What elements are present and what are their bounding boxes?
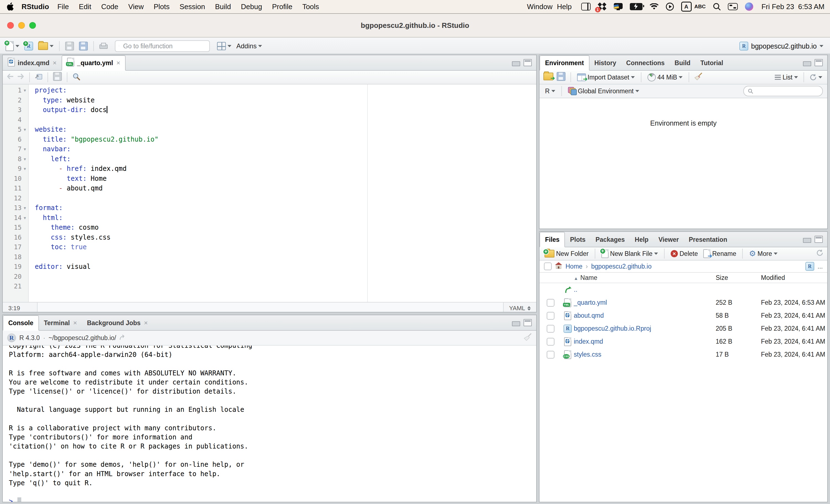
fold-icon[interactable]: ▾ — [22, 86, 28, 96]
menu-app-name[interactable]: RStudio — [22, 2, 49, 11]
file-row-bgpopescu2-github-io-rproj[interactable]: Rbgpopescu2.github.io.Rproj205 BFeb 23, … — [540, 322, 827, 335]
tab-history[interactable]: History — [589, 56, 621, 70]
tab-environment[interactable]: Environment — [540, 55, 589, 71]
delete-file-button[interactable]: ✕Delete — [670, 250, 699, 258]
dropbox-diamond-icon[interactable]: 1 — [598, 2, 607, 11]
tab-terminal[interactable]: Terminal× — [39, 316, 82, 330]
menu-item-edit[interactable]: Edit — [74, 2, 96, 11]
fold-icon[interactable]: ▾ — [22, 125, 28, 135]
file-name-link[interactable]: about.qmd — [574, 312, 716, 320]
fold-icon[interactable]: ▾ — [22, 144, 28, 154]
siri-icon[interactable] — [745, 2, 753, 11]
find-replace-icon[interactable] — [72, 73, 80, 82]
minimize-pane-icon[interactable] — [512, 321, 520, 326]
file-checkbox[interactable] — [547, 325, 554, 333]
new-file-button[interactable]: + — [4, 41, 21, 51]
tab-files[interactable]: Files — [540, 232, 565, 247]
menu-bar-clock[interactable]: Fri Feb 23 6:53 AM — [762, 2, 825, 11]
display-mirroring-icon[interactable] — [614, 3, 622, 10]
battery-charging-icon[interactable] — [630, 3, 642, 10]
close-tab-icon[interactable]: × — [53, 59, 57, 67]
tab-packages[interactable]: Packages — [590, 232, 630, 247]
maximize-pane-icon[interactable] — [523, 319, 532, 326]
file-name-link[interactable]: bgpopescu2.github.io.Rproj — [574, 325, 716, 332]
media-play-icon[interactable] — [666, 2, 674, 11]
menu-item-code[interactable]: Code — [96, 2, 123, 11]
fold-icon[interactable]: ▾ — [22, 154, 28, 164]
menu-item-profile[interactable]: Profile — [267, 2, 297, 11]
rename-file-button[interactable]: ➜Rename — [702, 249, 737, 258]
tab-help[interactable]: Help — [630, 232, 653, 247]
tab-index-qmd[interactable]: index.qmd× — [3, 56, 62, 70]
menu-item-tools[interactable]: Tools — [297, 2, 324, 11]
addins-button[interactable]: Addins — [235, 42, 263, 50]
environment-search-box[interactable] — [743, 86, 823, 96]
apple-menu-icon[interactable] — [7, 2, 14, 11]
tab-tutorial[interactable]: Tutorial — [696, 56, 728, 70]
column-header-name[interactable]: ▲Name — [574, 274, 716, 281]
breadcrumb-home-link[interactable]: Home — [566, 263, 582, 270]
open-file-button[interactable] — [37, 42, 55, 50]
file-row-quarto-yml[interactable]: YML_quarto.yml252 BFeb 23, 2024, 6:53 AM — [540, 296, 827, 309]
print-button[interactable] — [98, 43, 109, 49]
save-all-button[interactable] — [78, 42, 89, 51]
maximize-pane-icon[interactable] — [523, 59, 532, 66]
tab-plots[interactable]: Plots — [565, 232, 590, 247]
maximize-pane-icon[interactable] — [815, 59, 823, 66]
save-button[interactable] — [64, 42, 75, 51]
cursor-position-label[interactable]: 3:19 — [3, 303, 37, 312]
menu-item-plots[interactable]: Plots — [149, 2, 174, 11]
file-row-styles-css[interactable]: CSSstyles.css17 BFeb 23, 2024, 6:41 AM — [540, 348, 827, 361]
back-icon[interactable] — [7, 73, 14, 81]
menu-item-file[interactable]: File — [53, 2, 74, 11]
project-menu-button[interactable]: R bgpopescu2.github.io — [739, 42, 826, 51]
menu-item-debug[interactable]: Debug — [236, 2, 267, 11]
minimize-pane-icon[interactable] — [803, 238, 811, 243]
fold-icon[interactable]: ▾ — [22, 213, 28, 223]
load-workspace-icon[interactable]: ➜ — [543, 73, 553, 82]
column-header-size[interactable]: Size — [716, 274, 761, 281]
open-in-new-window-icon[interactable] — [35, 73, 42, 81]
fold-icon[interactable]: ▾ — [22, 164, 28, 174]
language-selector[interactable]: R — [544, 88, 556, 95]
file-row-[interactable]: .. — [540, 283, 827, 296]
column-header-modified[interactable]: Modified — [761, 274, 827, 281]
tab-console[interactable]: Console — [3, 315, 39, 331]
new-folder-button[interactable]: +New Folder — [543, 250, 590, 258]
clear-console-icon[interactable] — [523, 333, 532, 343]
more-file-commands-button[interactable]: ⚙More — [748, 250, 779, 258]
input-source-label[interactable]: ABC — [695, 4, 706, 10]
go-to-project-directory-icon[interactable]: R — [805, 262, 814, 271]
sidebar-icon[interactable] — [581, 3, 590, 10]
close-tab-icon[interactable]: × — [116, 59, 120, 67]
forward-icon[interactable] — [17, 73, 24, 81]
minimize-pane-icon[interactable] — [803, 61, 811, 66]
minimize-window-button[interactable] — [18, 22, 25, 29]
menu-item-view[interactable]: View — [123, 2, 149, 11]
spotlight-search-icon[interactable] — [713, 3, 721, 10]
tab-connections[interactable]: Connections — [621, 56, 670, 70]
home-icon[interactable] — [555, 262, 562, 270]
refresh-environment-button[interactable] — [808, 74, 823, 81]
save-document-icon[interactable] — [53, 72, 62, 82]
refresh-files-button[interactable] — [816, 249, 823, 258]
breadcrumb-more[interactable]: ... — [818, 263, 823, 270]
file-name-link[interactable]: index.qmd — [574, 338, 716, 345]
memory-usage-button[interactable]: 44 MiB — [646, 73, 684, 81]
tab-presentation[interactable]: Presentation — [684, 232, 732, 247]
console-prompt[interactable]: > — [9, 497, 536, 502]
goto-file-function-input[interactable] — [122, 42, 206, 51]
code-editor[interactable]: 1▾project:2 type: website3 output-dir: d… — [3, 85, 536, 302]
tab-quarto-yml[interactable]: YML_quarto.yml× — [62, 55, 126, 71]
close-window-button[interactable] — [7, 22, 14, 29]
maximize-pane-icon[interactable] — [815, 236, 823, 243]
control-center-icon[interactable] — [728, 3, 738, 10]
file-name-link[interactable]: styles.css — [574, 351, 716, 358]
import-dataset-button[interactable]: ➜Import Dataset — [576, 73, 636, 81]
save-workspace-icon[interactable] — [557, 72, 566, 82]
close-tab-icon[interactable]: × — [144, 319, 148, 327]
new-project-button[interactable]: R+ — [23, 42, 34, 51]
menu-item-window[interactable]: Window — [525, 2, 555, 11]
tab-viewer[interactable]: Viewer — [653, 232, 684, 247]
environment-scope-selector[interactable]: Global Environment — [567, 87, 640, 95]
